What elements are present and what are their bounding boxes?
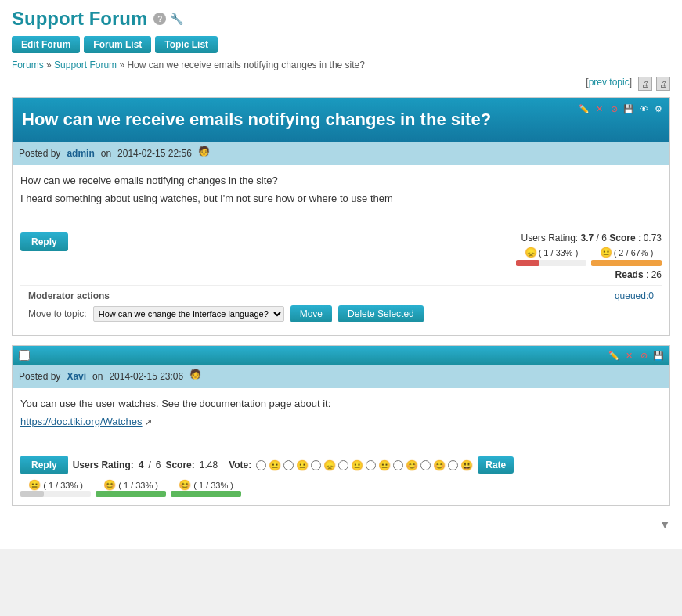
edit-reply-icon[interactable]: ✏️ (608, 349, 620, 362)
reply-author[interactable]: Xavi (67, 371, 86, 382)
reply-rating-max: 6 (156, 459, 161, 470)
moderator-title: Moderator actions (28, 290, 110, 301)
author-avatar: 🧑 (198, 146, 214, 161)
topic-reply-button[interactable]: Reply (20, 232, 68, 251)
rating-bar-2: 😐 ( 2 / 67% ) (591, 247, 662, 266)
prev-topic-link[interactable]: prev topic (589, 77, 630, 91)
rating-max: 6 (601, 232, 607, 243)
vote-radio-1[interactable] (256, 460, 266, 470)
reply-header: ✏️ ✕ ⊘ 💾 (13, 346, 669, 365)
scroll-bottom: ▼ (12, 515, 670, 534)
info-icon[interactable]: ? (153, 13, 166, 25)
post-body-line1: How can we receive emails notifying chan… (20, 175, 662, 186)
reply-content: You can use the user watches. See the do… (13, 388, 669, 451)
page-title-text: Support Forum (12, 8, 147, 30)
ban-topic-icon[interactable]: ⊘ (608, 103, 620, 115)
reply-header-icons: ✏️ ✕ ⊘ 💾 (608, 349, 665, 362)
move-button[interactable]: Move (290, 305, 332, 322)
vote-radio-6[interactable] (393, 460, 403, 470)
bar2-emoji: 😐 (600, 247, 612, 258)
settings-icon[interactable]: 🔧 (170, 13, 183, 25)
reply-bar3-count: ( 1 / 33% ) (193, 481, 233, 490)
reads-label: Reads (615, 269, 644, 280)
rating-info: Users Rating: 3.7 / 6 Score : 0.73 😞 ( 1 (516, 232, 662, 280)
vote-emoji-green3: 😃 (460, 459, 473, 471)
vote-radio-3[interactable] (311, 460, 321, 470)
mod-top-row: Moderator actions queued:0 (28, 290, 654, 305)
reply-bar3-emoji: 😊 (179, 479, 191, 491)
rating-bar-1: 😞 ( 1 / 33% ) (516, 247, 586, 266)
topic-title: How can we receive emails notifying chan… (22, 110, 660, 130)
vote-emoji-green1: 😊 (406, 459, 418, 471)
vote-emoji-grey1: 😐 (269, 459, 281, 471)
reply-meta-bar: Posted by Xavi on 2014-02-15 23:06 🧑 (13, 365, 669, 388)
vote-label: Vote: (229, 459, 251, 470)
reply-author-avatar: 🧑 (189, 369, 205, 384)
queued-link[interactable]: queued:0 (615, 290, 654, 301)
scroll-down-icon[interactable]: ▼ (659, 518, 670, 531)
reply-bar2-emoji: 😊 (103, 479, 116, 491)
reply-rating-bars: 😐 ( 1 / 33% ) 😊 ( 1 / 33% ) (20, 479, 662, 497)
delete-reply-icon[interactable]: ✕ (622, 349, 635, 362)
moderator-section: Moderator actions queued:0 Move to topic… (20, 285, 662, 327)
edit-topic-icon[interactable]: ✏️ (578, 103, 590, 115)
post-content: How can we receive emails notifying chan… (13, 165, 669, 228)
print-icon[interactable]: 🖨 (638, 77, 652, 91)
post-footer: Reply Users Rating: 3.7 / 6 Score : 0.73 (13, 228, 669, 335)
vote-emoji-grey2: 😐 (296, 459, 309, 471)
vote-radio-5[interactable] (366, 460, 376, 470)
post-date: 2014-02-15 22:56 (117, 148, 192, 159)
post-actions-row: Reply Users Rating: 3.7 / 6 Score : 0.73 (20, 232, 662, 280)
reply-bar1-emoji: 😐 (28, 479, 41, 491)
reply-button[interactable]: Reply (20, 456, 68, 474)
delete-selected-button[interactable]: Delete Selected (338, 305, 424, 322)
vote-radio-8[interactable] (448, 460, 458, 470)
page-title-icons: ? 🔧 (153, 13, 183, 25)
toolbar: Edit Forum Forum List Topic List (12, 36, 670, 53)
reply-bar-2: 😊 ( 1 / 33% ) (96, 479, 166, 497)
view-topic-icon[interactable]: 👁 (637, 103, 650, 115)
vote-radio-4[interactable] (338, 460, 348, 470)
topic-box: ✏️ ✕ ⊘ 💾 👁 ⚙ How can we receive emails n… (12, 97, 670, 336)
reply-score-value: 1.48 (200, 459, 218, 470)
page-title: Support Forum ? 🔧 (12, 8, 670, 30)
save-topic-icon[interactable]: 💾 (622, 103, 635, 115)
vote-radio-7[interactable] (420, 460, 431, 470)
nav-icons: 🖨 🖨 (638, 77, 670, 91)
reply-bar-3: 😊 ( 1 / 33% ) (171, 479, 241, 497)
breadcrumb-support-forum[interactable]: Support Forum (54, 59, 117, 70)
rate-button[interactable]: Rate (478, 456, 514, 474)
reply-doc-link[interactable]: https://doc.tiki.org/Watches (20, 416, 143, 427)
topic-list-button[interactable]: Topic List (155, 36, 218, 53)
reply-checkbox[interactable] (19, 350, 30, 361)
bar1-count: ( 1 / 33% ) (539, 248, 579, 258)
reply-bar1-count: ( 1 / 33% ) (43, 481, 83, 490)
post-author[interactable]: admin (67, 148, 94, 159)
breadcrumb-forums[interactable]: Forums (12, 59, 44, 70)
vote-options: 😐 😐 😞 😐 😐 😊 😊 😃 (256, 459, 473, 471)
more-topic-icon[interactable]: ⚙ (652, 103, 665, 115)
vote-emoji-red: 😞 (323, 459, 336, 471)
bar1-emoji: 😞 (525, 247, 537, 258)
vote-emoji-orange2: 😐 (378, 459, 391, 471)
forum-list-button[interactable]: Forum List (84, 36, 151, 53)
ban-reply-icon[interactable]: ⊘ (637, 349, 650, 362)
print2-icon[interactable]: 🖨 (656, 77, 670, 91)
reply-rating-value: 4 (139, 459, 144, 470)
move-to-select[interactable]: How can we change the interface language… (93, 306, 284, 322)
reply-rating-label: Users Rating: (73, 459, 134, 470)
vote-emoji-orange: 😐 (351, 459, 363, 471)
bar2-count: ( 2 / 67% ) (614, 248, 654, 258)
reply-actions-row: Reply Users Rating: 4 / 6 Score: 1.48 Vo… (20, 456, 662, 474)
reply-bar2-count: ( 1 / 33% ) (118, 481, 158, 490)
delete-topic-icon[interactable]: ✕ (593, 103, 605, 115)
reply-footer: Reply Users Rating: 4 / 6 Score: 1.48 Vo… (13, 451, 669, 505)
vote-radio-2[interactable] (283, 460, 294, 470)
save-reply-icon[interactable]: 💾 (652, 349, 665, 362)
edit-forum-button[interactable]: Edit Forum (12, 36, 80, 53)
external-link-icon: ↗ (145, 417, 152, 427)
vote-emoji-green2: 😊 (433, 459, 446, 471)
reads-line: Reads : 26 (516, 269, 662, 280)
reply-date: 2014-02-15 23:06 (109, 371, 183, 382)
post-meta-bar: Posted by admin on 2014-02-15 22:56 🧑 (13, 142, 669, 165)
